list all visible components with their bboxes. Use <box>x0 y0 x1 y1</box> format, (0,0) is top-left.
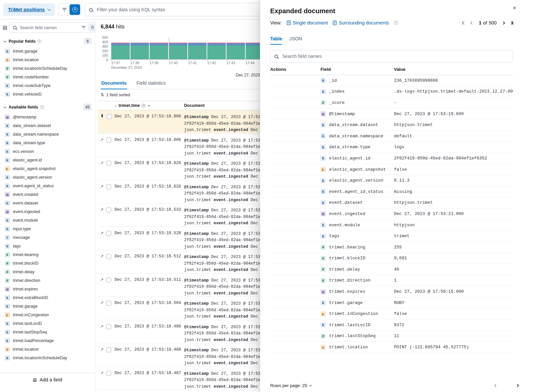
grid-header-time-column[interactable]: ↓ trimet.time ▾ <box>115 103 184 108</box>
field-item[interactable]: ⊕ trimet.location <box>3 345 92 354</box>
table-row[interactable]: ▦ event.ingested Dec 27, 2023 @ 17:53:21… <box>270 208 513 220</box>
field-item[interactable]: # trimet.delay <box>3 268 92 276</box>
first-page-icon[interactable] <box>462 21 465 25</box>
field-item[interactable]: k event.module <box>3 216 92 225</box>
histogram-bar[interactable] <box>169 43 187 59</box>
field-item[interactable]: k trimet.extraBlockID <box>3 293 92 302</box>
field-filter-icon[interactable] <box>82 25 85 30</box>
flyout-field-search[interactable] <box>270 50 513 63</box>
table-row[interactable]: # _score - <box>270 97 513 109</box>
field-item[interactable]: k data_stream.type <box>3 139 92 147</box>
expand-document-icon[interactable]: ↗ <box>100 184 104 189</box>
row-checkbox[interactable] <box>106 324 111 329</box>
field-item[interactable]: k trimet.loadPercentage <box>3 336 92 345</box>
row-checkbox[interactable] <box>106 138 111 143</box>
table-row[interactable]: k tags trimet <box>270 231 513 242</box>
field-item[interactable]: k elastic_agent.version <box>3 173 92 182</box>
expand-document-icon[interactable]: ↗ <box>100 278 104 282</box>
table-row[interactable]: k data_stream.namespace default <box>270 131 513 142</box>
table-row[interactable]: ◐ trimet.inCongestion false <box>270 308 513 320</box>
field-item[interactable]: k input.type <box>3 225 92 233</box>
expand-document-icon[interactable]: ↗ <box>100 347 104 352</box>
field-list-toggle-icon[interactable]: ▤ <box>3 22 7 32</box>
histogram-bar[interactable] <box>188 43 207 59</box>
expand-document-icon[interactable]: ↗ <box>100 254 104 258</box>
expand-document-icon[interactable]: ↗ <box>100 324 104 328</box>
expand-document-icon[interactable]: ↗ <box>100 301 104 305</box>
field-item[interactable]: k event.dataset <box>3 199 92 207</box>
tab-documents[interactable]: Documents <box>101 80 127 89</box>
row-checkbox[interactable] <box>106 161 111 166</box>
table-row[interactable]: ▦ trimet.expires Dec 27, 2023 @ 17:59:15… <box>270 286 513 297</box>
field-item[interactable]: k event.agent_id_status <box>3 182 92 190</box>
field-item[interactable]: ▦ event.ingested <box>3 207 92 216</box>
table-row[interactable]: k elastic_agent.id 2f82f419-850d-45ed-82… <box>270 153 513 164</box>
expand-document-icon[interactable]: ↗ <box>100 161 104 165</box>
field-item[interactable]: ▦ trimet.expires <box>3 285 92 293</box>
question-icon[interactable]: ? <box>40 105 44 109</box>
table-row[interactable]: k event.dataset httpjson.trimet <box>270 197 513 209</box>
table-row[interactable]: # trimet.delay 40 <box>270 264 513 275</box>
table-row[interactable]: ⊕ trimet.location POINT (-122.605794 45.… <box>270 342 513 353</box>
row-checkbox[interactable] <box>106 371 111 376</box>
pin-icon[interactable] <box>100 114 104 118</box>
field-item[interactable]: ▦ @timestamp <box>3 113 92 121</box>
table-row[interactable]: k data_stream.dataset httpjson.trimet <box>270 119 513 131</box>
add-filter-button[interactable]: + <box>70 4 80 15</box>
field-item[interactable]: ◐ elastic_agent.snapshot <box>3 164 92 173</box>
table-row[interactable]: k trimet.lastLocID 8372 <box>270 320 513 331</box>
histogram-bar[interactable] <box>207 43 226 59</box>
field-item[interactable]: k data_stream.dataset <box>3 121 92 130</box>
expand-document-icon[interactable]: ↗ <box>100 207 104 212</box>
filter-icon[interactable] <box>62 7 67 12</box>
data-view-picker[interactable]: TriMet positions <box>3 3 55 16</box>
last-page-icon[interactable] <box>510 21 513 25</box>
histogram-bar[interactable] <box>111 43 130 59</box>
table-row[interactable]: ◐ elastic_agent.snapshot false <box>270 164 513 175</box>
add-field-button[interactable]: ⊞ Add a field <box>33 377 62 382</box>
table-row[interactable]: k data_stream.type logs <box>270 142 513 153</box>
close-icon[interactable]: × <box>511 4 518 12</box>
expand-document-icon[interactable]: ↗ <box>100 371 104 375</box>
view-link[interactable]: Surrounding documents <box>333 20 389 25</box>
expand-document-icon[interactable]: ↗ <box>100 138 104 142</box>
table-row[interactable]: # trimet.direction 1 <box>270 275 513 286</box>
view-link[interactable]: Single document <box>287 20 328 25</box>
available-fields-header[interactable]: Available fields ? 45 <box>3 104 92 110</box>
next-page-icon[interactable] <box>502 22 505 24</box>
row-checkbox[interactable] <box>106 207 111 212</box>
field-item[interactable]: k trimet.garage <box>3 302 92 311</box>
table-row[interactable]: k event.module httpjson <box>270 220 513 231</box>
field-item[interactable]: k trimet.lastStopSeq <box>3 328 92 336</box>
field-item[interactable]: ▦ event.created <box>3 190 92 199</box>
tab-table[interactable]: Table <box>270 36 282 45</box>
rows-per-page-button[interactable]: Rows per page: 25 <box>270 383 312 388</box>
field-item[interactable]: # trimet.bearing <box>3 250 92 259</box>
histogram-bar[interactable] <box>150 43 168 59</box>
table-row[interactable]: k _id 236_1703695998806 <box>270 75 513 86</box>
table-row[interactable]: k elastic_agent.version 8.11.3 <box>270 175 513 186</box>
field-search-input[interactable] <box>19 25 79 30</box>
histogram-bar[interactable] <box>130 43 149 59</box>
table-row[interactable]: k _index .ds-logs-httpjson.trimet-defaul… <box>270 86 513 98</box>
row-checkbox[interactable] <box>106 184 111 189</box>
histogram-bar[interactable] <box>226 43 245 59</box>
table-row[interactable]: # trimet.lastStopSeq 11 <box>270 331 513 342</box>
row-checkbox[interactable] <box>106 301 111 306</box>
prev-page-icon[interactable] <box>495 384 497 387</box>
tab-field-statistics[interactable]: Field statistics <box>136 80 166 89</box>
table-row[interactable]: k event.agent_id_status missing <box>270 186 513 197</box>
flyout-field-search-input[interactable] <box>281 53 509 59</box>
expand-document-icon[interactable]: ↗ <box>100 231 104 235</box>
field-item[interactable]: t message <box>3 233 92 242</box>
table-row[interactable]: k trimet.garage RUBY <box>270 297 513 309</box>
field-item[interactable]: ⊕ trimet.location <box>3 56 92 64</box>
field-search[interactable]: 0 <box>9 22 95 33</box>
sorted-fields-button[interactable]: ⇅ 1 field sorted <box>101 93 130 97</box>
popular-fields-header[interactable]: Popular fields ? 6 <box>3 38 92 45</box>
tab-json[interactable]: JSON <box>289 36 302 45</box>
row-checkbox[interactable] <box>106 231 111 236</box>
row-checkbox[interactable] <box>107 114 112 119</box>
field-item[interactable]: k trimet.garage <box>3 47 92 56</box>
next-page-icon[interactable] <box>516 384 518 387</box>
